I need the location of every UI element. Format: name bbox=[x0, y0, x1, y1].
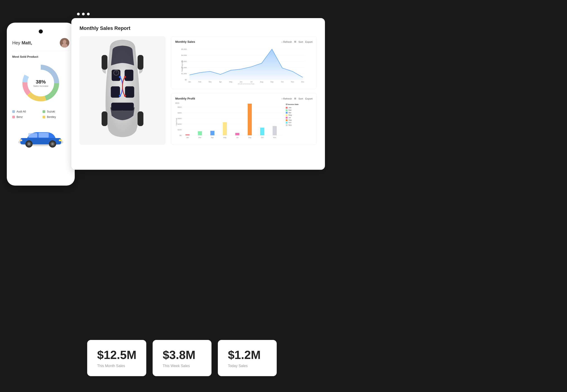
svg-text:$300: $300 bbox=[178, 117, 182, 120]
legend-color-apr bbox=[286, 112, 288, 114]
profit-chart-container: $0 $100 $200 $300 $400 $500 $600 Total P… bbox=[175, 102, 312, 139]
bar-nov bbox=[273, 126, 277, 135]
svg-text:Nov: Nov bbox=[273, 137, 276, 139]
svg-text:Oct: Oct bbox=[281, 81, 284, 83]
kpi-value-month: $12.5M bbox=[97, 348, 136, 362]
svg-rect-19 bbox=[19, 140, 22, 141]
svg-point-28 bbox=[124, 76, 126, 78]
phone-greeting: Hey Matt, bbox=[12, 40, 32, 45]
legend-dot-audi bbox=[12, 110, 15, 113]
svg-text:Sep: Sep bbox=[248, 137, 251, 139]
svg-rect-23 bbox=[125, 86, 134, 98]
svg-text:$0: $0 bbox=[180, 134, 182, 137]
legend-label-bentley: Bentley bbox=[47, 115, 56, 119]
sales-area-chart: $5,000 $4,000 $3,000 $2,000 $1,000 $0 To… bbox=[175, 46, 312, 84]
svg-text:May: May bbox=[229, 81, 232, 83]
charts-column: Monthly Sales › Refresh ⊞ Sort Export $5… bbox=[171, 36, 317, 145]
svg-text:$4,000: $4,000 bbox=[181, 54, 187, 56]
svg-point-14 bbox=[28, 143, 30, 145]
kpi-value-today: $1.2M bbox=[228, 348, 267, 362]
sort-btn-sales[interactable]: Sort bbox=[298, 41, 303, 43]
blue-car-svg bbox=[16, 126, 66, 149]
donut-label: Sales Increase bbox=[33, 85, 48, 87]
svg-point-30 bbox=[124, 95, 126, 97]
greeting-text: Hey bbox=[12, 40, 22, 45]
legend-oct: Oct bbox=[286, 122, 304, 124]
legend-audi: Audi A6 bbox=[12, 110, 39, 113]
svg-text:$500: $500 bbox=[178, 106, 182, 108]
svg-rect-32 bbox=[137, 55, 143, 70]
bar-apr bbox=[210, 131, 214, 135]
donut-percentage: 38% bbox=[33, 79, 48, 85]
svg-text:Jul: Jul bbox=[236, 137, 239, 139]
svg-rect-18 bbox=[59, 140, 62, 141]
grid-icon-profit: ⊞ bbox=[294, 97, 296, 100]
svg-text:Jul: Jul bbox=[250, 81, 253, 83]
kpi-label-week: This Week Sales bbox=[163, 364, 201, 368]
svg-point-1 bbox=[63, 40, 66, 44]
car-legend: Audi A6 Suzuki Benz Bentley bbox=[12, 110, 69, 119]
svg-text:$600: $600 bbox=[175, 102, 179, 104]
legend-color-may bbox=[286, 114, 288, 116]
kpi-row: $12.5M This Month Sales $3.8M This Week … bbox=[87, 340, 277, 376]
grid-icon-sales: ⊞ bbox=[294, 40, 296, 43]
kpi-value-week: $3.8M bbox=[163, 348, 201, 362]
chart-actions-sales: › Refresh ⊞ Sort Export bbox=[282, 40, 312, 43]
bar-jan bbox=[185, 134, 189, 135]
legend-benz: Benz bbox=[12, 115, 39, 119]
svg-rect-21 bbox=[125, 70, 133, 81]
legend-color-jul bbox=[286, 117, 288, 119]
monthly-sales-chart-card: Monthly Sales › Refresh ⊞ Sort Export $5… bbox=[171, 36, 317, 89]
legend-may: May bbox=[286, 114, 304, 116]
profit-legend: ☑ Invoice Date Jan Mar Apr May Jul Sep O… bbox=[286, 102, 304, 139]
kpi-card-today: $1.2M Today Sales bbox=[218, 340, 277, 376]
dashboard-title: Monthly Sales Report bbox=[80, 25, 317, 31]
chart-title-sales: Monthly Sales bbox=[175, 40, 195, 43]
svg-rect-31 bbox=[102, 55, 108, 70]
legend-label-audi: Audi A6 bbox=[16, 110, 26, 113]
legend-mar: Mar bbox=[286, 109, 304, 111]
legend-label-suzuki: Suzuki bbox=[47, 110, 55, 113]
refresh-btn-profit[interactable]: › Refresh bbox=[282, 97, 292, 100]
svg-text:Aug: Aug bbox=[260, 81, 263, 83]
kpi-label-today: Today Sales bbox=[228, 364, 267, 368]
svg-rect-34 bbox=[137, 111, 143, 126]
legend-dot-suzuki bbox=[43, 110, 45, 113]
legend-title: ☑ Invoice Date bbox=[286, 103, 304, 105]
svg-text:Sep: Sep bbox=[270, 81, 273, 83]
legend-jul: Jul bbox=[286, 117, 304, 119]
sort-btn-profit[interactable]: Sort bbox=[298, 97, 303, 100]
legend-label-benz: Benz bbox=[16, 115, 23, 119]
svg-text:Month of Invoice Date: Month of Invoice Date bbox=[238, 83, 255, 84]
export-btn-profit[interactable]: Export bbox=[305, 97, 312, 100]
dashboard-content: Monthly Sales › Refresh ⊞ Sort Export $5… bbox=[80, 36, 317, 145]
svg-text:May: May bbox=[223, 137, 227, 139]
legend-suzuki: Suzuki bbox=[43, 110, 69, 113]
svg-text:Total Payment: Total Payment bbox=[181, 60, 183, 72]
svg-text:Mar: Mar bbox=[209, 81, 212, 83]
svg-text:Total Profit: Total Profit bbox=[176, 118, 177, 125]
legend-color-sep bbox=[286, 119, 288, 121]
profit-bar-chart: $0 $100 $200 $300 $400 $500 $600 Total P… bbox=[175, 102, 284, 139]
bar-may bbox=[223, 122, 227, 135]
svg-text:Dec: Dec bbox=[301, 81, 304, 83]
legend-jan: Jan bbox=[286, 107, 304, 109]
donut-chart: 38% Sales Increase bbox=[12, 62, 69, 105]
svg-text:Jan: Jan bbox=[188, 81, 191, 83]
svg-text:$100: $100 bbox=[178, 129, 182, 131]
export-btn-sales[interactable]: Export bbox=[305, 41, 312, 43]
svg-text:Mar: Mar bbox=[198, 137, 201, 139]
legend-nov: Nov bbox=[286, 124, 304, 126]
svg-rect-22 bbox=[111, 86, 120, 98]
legend-color-oct bbox=[286, 122, 288, 124]
svg-rect-24 bbox=[111, 103, 134, 111]
dot-2 bbox=[82, 13, 85, 15]
avatar bbox=[60, 38, 69, 48]
main-car-image bbox=[80, 36, 166, 145]
chart-header-profit: Monthly Profit › Refresh ⊞ Sort Export bbox=[175, 97, 312, 100]
bar-jul bbox=[235, 133, 239, 135]
refresh-btn-sales[interactable]: › Refresh bbox=[282, 41, 292, 43]
legend-color-mar bbox=[286, 109, 288, 111]
kpi-card-month: $12.5M This Month Sales bbox=[87, 340, 146, 376]
svg-text:Oct: Oct bbox=[261, 137, 264, 139]
